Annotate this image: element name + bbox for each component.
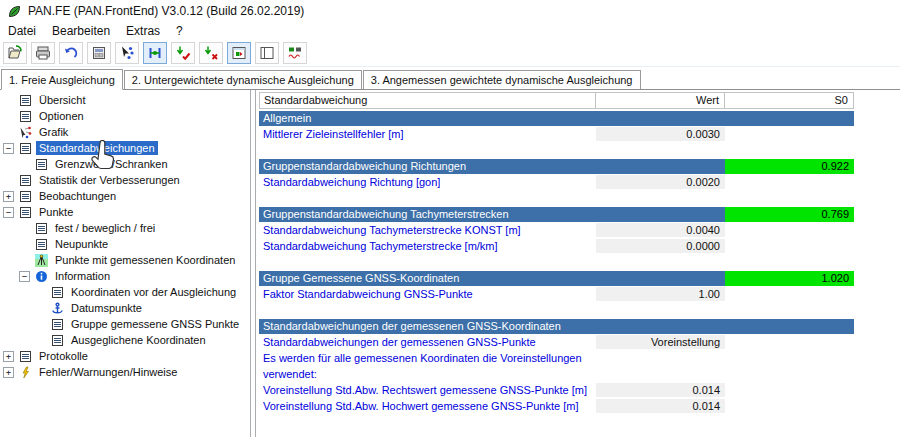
tree-item-label: Beobachtungen [36, 189, 119, 203]
tree-item-gruppe-gemessene-gnss-punkte[interactable]: Gruppe gemessene GNSS Punkte [0, 316, 250, 332]
tree-item-ausgeglichene-koordinaten[interactable]: Ausgeglichene Koordinaten [0, 332, 250, 348]
tree-item-optionen[interactable]: Optionen [0, 108, 250, 124]
collapse-icon[interactable]: − [19, 271, 30, 282]
tree-item-protokolle[interactable]: +Protokolle [0, 348, 250, 364]
section-title: Gruppe Gemessene GNSS-Koordinaten [259, 271, 725, 286]
table-row: Voreinstellung Std.Abw. Rechtswert gemes… [259, 382, 854, 398]
doc-icon [50, 285, 64, 299]
menu-item-bearbeiten[interactable]: Bearbeiten [44, 24, 118, 38]
grid-section-gruppe-gemessene-gnss-koordinaten: Gruppe Gemessene GNSS-Koordinaten1.020Fa… [259, 271, 854, 302]
grid-section-gruppenstandardabweichung-tachymeterstrecken: Gruppenstandardabweichung Tachymeterstre… [259, 207, 854, 254]
network-view-button[interactable] [143, 42, 167, 64]
tree-item-label: Übersicht [36, 93, 88, 107]
row-value-cell[interactable]: Voreinstellung [596, 335, 725, 349]
row-value-cell[interactable]: 0.0040 [596, 223, 725, 237]
reject-observations-button[interactable] [199, 42, 223, 64]
row-value-cell[interactable]: 0.014 [596, 383, 725, 397]
clipboard-button[interactable] [87, 42, 111, 64]
tree-item-standardabweichungen[interactable]: −Standardabweichungen [0, 140, 250, 156]
grid-section-gruppenstandardabweichung-richtungen: Gruppenstandardabweichung Richtungen0.92… [259, 159, 854, 190]
menu-item-[interactable]: ? [168, 24, 191, 38]
table-row: Standardabweichung Richtung [gon]0.0020 [259, 174, 854, 190]
section-header-bar: Allgemein [259, 111, 854, 126]
row-value-cell[interactable]: 0.0000 [596, 239, 725, 253]
row-value-cell[interactable]: 1.00 [596, 287, 725, 301]
tree-item-fehler-warnungen-hinweise[interactable]: +Fehler/Warnungen/Hinweise [0, 364, 250, 380]
tree-item-label: Punkte mit gemessenen Koordinaten [52, 253, 238, 267]
s0-value-cell: 0.922 [725, 159, 854, 174]
row-value-cell[interactable]: 0.014 [596, 399, 725, 413]
open-project-button[interactable] [3, 42, 27, 64]
menu-bar: DateiBearbeitenExtras? [0, 22, 900, 40]
tree-item-punkte-mit-gemessenen-koordinaten[interactable]: Punkte mit gemessenen Koordinaten [0, 252, 250, 268]
row-label: Standardabweichung Tachymeterstrecke KON… [259, 224, 596, 236]
report-window-button[interactable] [227, 42, 251, 64]
tree-item-grenzwerte-schranken[interactable]: Grenzwerte/Schranken [0, 156, 250, 172]
tree-item-information[interactable]: −Information [0, 268, 250, 284]
menu-item-extras[interactable]: Extras [118, 24, 168, 38]
doc-icon [18, 205, 32, 219]
row-label: verwendet: [259, 368, 596, 380]
grid-header-standardabweichung: Standardabweichung [260, 93, 596, 108]
tab-3-angemessen-gewichtete-dynamische-ausgleichung[interactable]: 3. Angemessen gewichtete dynamische Ausg… [363, 70, 641, 89]
tree-item-ubersicht[interactable]: Übersicht [0, 92, 250, 108]
tree-item-label: Statistik der Verbesserungen [36, 173, 183, 187]
clipboard-icon [91, 45, 107, 61]
tree-item-label: Optionen [36, 109, 87, 123]
row-label: Voreinstellung Std.Abw. Hochwert gemesse… [259, 400, 596, 412]
tree-item-label: Neupunkte [52, 237, 111, 251]
collapse-icon[interactable]: − [3, 207, 14, 218]
expand-icon[interactable]: + [3, 367, 14, 378]
tab-1-freie-ausgleichung[interactable]: 1. Freie Ausgleichung [1, 69, 123, 90]
row-value-cell[interactable]: 0.0030 [596, 127, 725, 141]
collapse-icon[interactable]: − [3, 143, 14, 154]
table-row: Faktor Standardabweichung GNSS-Punkte1.0… [259, 286, 854, 302]
accept-observations-button[interactable] [171, 42, 195, 64]
tree-item-datumspunkte[interactable]: Datumspunkte [0, 300, 250, 316]
tree-item-fest-beweglich-frei[interactable]: fest / beweglich / frei [0, 220, 250, 236]
menu-item-datei[interactable]: Datei [0, 24, 44, 38]
doc-icon [18, 141, 32, 155]
legend-button[interactable] [283, 42, 307, 64]
row-value-cell[interactable]: 0.0020 [596, 175, 725, 189]
tree-item-koordinaten-vor-der-ausgleichung[interactable]: Koordinaten vor der Ausgleichung [0, 284, 250, 300]
section-title: Allgemein [259, 111, 854, 126]
row-label: Standardabweichung Tachymeterstrecke [m/… [259, 240, 596, 252]
row-label: Standardabweichung Richtung [gon] [259, 176, 596, 188]
navigation-tree: ÜbersichtOptionenGrafik−Standardabweichu… [0, 90, 250, 437]
doc-icon [18, 189, 32, 203]
doc-icon [34, 237, 48, 251]
section-header-bar: Gruppenstandardabweichung Richtungen0.92… [259, 159, 854, 174]
expand-icon[interactable]: + [3, 191, 14, 202]
layout-window-button[interactable] [255, 42, 279, 64]
tree-item-beobachtungen[interactable]: +Beobachtungen [0, 188, 250, 204]
tree-item-grafik[interactable]: Grafik [0, 124, 250, 140]
table-row: Es werden für alle gemessenen Koordinate… [259, 350, 854, 366]
report-window-icon [231, 45, 247, 61]
doc-icon [34, 157, 48, 171]
section-header-bar: Standardabweichungen der gemessenen GNSS… [259, 319, 854, 334]
row-label: Standardabweichungen der gemessenen GNSS… [259, 336, 596, 348]
table-row: Mittlerer Zieleinstellfehler [m]0.0030 [259, 126, 854, 142]
tab-2-untergewichtete-dynamische-ausgleichung[interactable]: 2. Untergewichtete dynamische Ausgleichu… [124, 70, 362, 89]
tree-item-punkte[interactable]: −Punkte [0, 204, 250, 220]
print-button[interactable] [31, 42, 55, 64]
select-graphic-button[interactable] [115, 42, 139, 64]
tree-item-label: Gruppe gemessene GNSS Punkte [68, 317, 242, 331]
table-row: Standardabweichungen der gemessenen GNSS… [259, 334, 854, 350]
grid-header-s0: S0 [725, 93, 853, 108]
table-row: Standardabweichung Tachymeterstrecke KON… [259, 222, 854, 238]
expand-icon[interactable]: + [3, 351, 14, 362]
tree-item-label: Punkte [36, 205, 76, 219]
network-icon [147, 45, 163, 61]
tree-item-statistik-der-verbesserungen[interactable]: Statistik der Verbesserungen [0, 172, 250, 188]
grid-header-wert: Wert [596, 93, 725, 108]
table-row: Voreinstellung Std.Abw. Hochwert gemesse… [259, 398, 854, 414]
row-label: Voreinstellung Std.Abw. Rechtswert gemes… [259, 384, 596, 396]
doc-icon [50, 317, 64, 331]
toolbar [0, 40, 900, 67]
tree-item-neupunkte[interactable]: Neupunkte [0, 236, 250, 252]
undo-button[interactable] [59, 42, 83, 64]
standard-deviation-grid: Standardabweichung Wert S0 AllgemeinMitt… [259, 92, 854, 414]
select-graphic-icon [119, 45, 135, 61]
